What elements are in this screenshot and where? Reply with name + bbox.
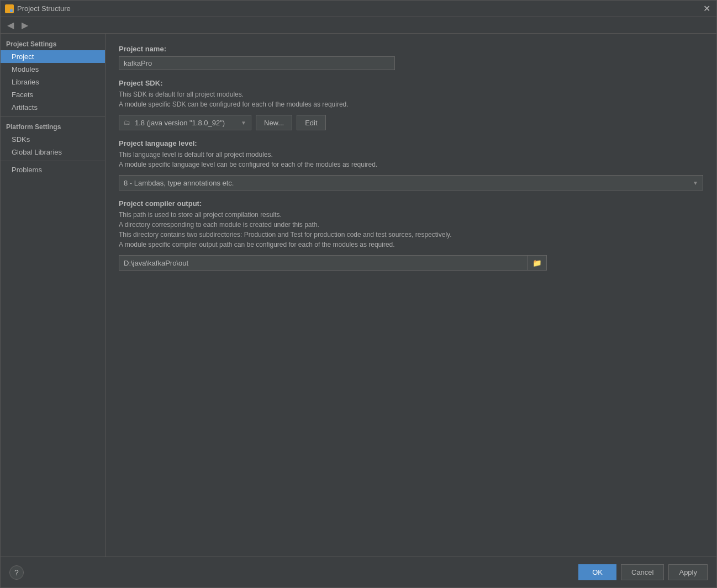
- lang-chevron-icon: ▼: [693, 180, 698, 186]
- sidebar-item-artifacts[interactable]: Artifacts: [1, 101, 105, 114]
- forward-button[interactable]: ▶: [19, 19, 30, 31]
- sidebar-item-libraries[interactable]: Libraries: [1, 76, 105, 88]
- lang-desc: This language level is default for all p…: [119, 150, 703, 169]
- sidebar: Project Settings Project Modules Librari…: [1, 34, 106, 557]
- title-bar: Project Structure ✕: [1, 1, 716, 17]
- sdk-title: Project SDK:: [119, 79, 703, 87]
- nav-bar: ◀ ▶: [1, 17, 716, 34]
- sdk-edit-button[interactable]: Edit: [297, 115, 325, 130]
- folder-icon: 📁: [533, 259, 542, 267]
- sidebar-item-facets[interactable]: Facets: [1, 88, 105, 101]
- sdk-desc: This SDK is default for all project modu…: [119, 89, 703, 109]
- compiler-browse-button[interactable]: 📁: [528, 255, 547, 271]
- sdk-icon: 🗂: [124, 119, 130, 126]
- bottom-bar: ? OK Cancel Apply: [1, 557, 716, 587]
- sidebar-item-global-libraries[interactable]: Global Libraries: [1, 146, 105, 158]
- compiler-output-input[interactable]: [119, 255, 528, 271]
- svg-rect-3: [10, 9, 13, 12]
- project-settings-section: Project Settings: [1, 36, 105, 50]
- app-icon: [5, 4, 14, 13]
- sidebar-divider-2: [1, 161, 105, 161]
- apply-button[interactable]: Apply: [668, 564, 708, 580]
- help-button[interactable]: ?: [9, 565, 24, 580]
- sdk-chevron-icon: ▼: [241, 120, 246, 126]
- sidebar-divider: [1, 116, 105, 116]
- sidebar-item-project[interactable]: Project: [1, 50, 105, 63]
- svg-rect-2: [6, 9, 9, 12]
- compiler-output-row: Project compiler output: This path is us…: [119, 199, 703, 271]
- close-button[interactable]: ✕: [701, 3, 712, 14]
- back-button[interactable]: ◀: [5, 19, 16, 31]
- project-name-label: Project name:: [119, 45, 703, 53]
- sidebar-item-modules[interactable]: Modules: [1, 63, 105, 76]
- compiler-desc: This path is used to store all project c…: [119, 210, 703, 250]
- sdk-dropdown[interactable]: 🗂 1.8 (java version "1.8.0_92") ▼: [119, 115, 251, 130]
- compiler-title: Project compiler output:: [119, 199, 703, 208]
- lang-title: Project language level:: [119, 139, 703, 147]
- project-sdk-row: Project SDK: This SDK is default for all…: [119, 79, 703, 130]
- sdk-new-button[interactable]: New...: [256, 115, 292, 130]
- project-name-input[interactable]: [119, 56, 395, 70]
- svg-rect-0: [6, 6, 9, 8]
- language-level-row: Project language level: This language le…: [119, 139, 703, 190]
- window-title: Project Structure: [17, 4, 71, 13]
- cancel-button[interactable]: Cancel: [621, 564, 664, 580]
- sidebar-item-sdks[interactable]: SDKs: [1, 133, 105, 146]
- project-name-row: Project name:: [119, 45, 703, 70]
- ok-button[interactable]: OK: [578, 564, 616, 580]
- svg-rect-1: [10, 6, 13, 8]
- sidebar-item-problems[interactable]: Problems: [1, 163, 105, 176]
- platform-settings-section: Platform Settings: [1, 119, 105, 133]
- lang-value: 8 - Lambdas, type annotations etc.: [124, 179, 234, 187]
- content-area: Project name: Project SDK: This SDK is d…: [106, 34, 716, 557]
- sdk-value: 1.8 (java version "1.8.0_92"): [135, 119, 225, 127]
- language-dropdown[interactable]: 8 - Lambdas, type annotations etc. ▼: [119, 175, 703, 190]
